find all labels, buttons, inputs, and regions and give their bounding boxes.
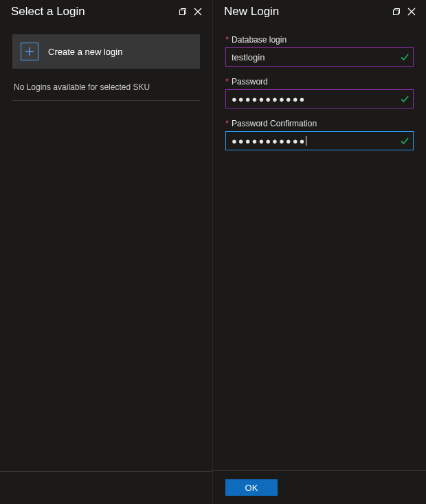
password-confirm-input-wrap: ●●●●●●●●●●● xyxy=(225,131,414,150)
database-login-label-text: Database login xyxy=(232,35,287,45)
new-login-footer: OK xyxy=(213,470,426,504)
password-group: * Password ●●●●●●●●●●● xyxy=(225,76,414,108)
select-login-footer xyxy=(0,471,212,504)
select-login-body: Create a new login No Logins available f… xyxy=(0,26,212,471)
select-login-panel: Select a Login Create a new login No Log… xyxy=(0,0,213,504)
database-login-input-wrap xyxy=(225,47,414,67)
new-login-title: New Login xyxy=(224,5,389,19)
password-confirm-label-text: Password Confirmation xyxy=(232,119,317,128)
database-login-group: * Database login xyxy=(225,34,414,67)
password-label: * Password xyxy=(225,76,414,87)
plus-icon xyxy=(21,43,38,60)
password-confirm-group: * Password Confirmation ●●●●●●●●●●● xyxy=(225,118,414,150)
database-login-input[interactable] xyxy=(225,47,414,67)
svg-rect-1 xyxy=(394,10,399,15)
create-new-login-label: Create a new login xyxy=(48,47,122,57)
password-confirm-input[interactable]: ●●●●●●●●●●● xyxy=(225,131,414,150)
select-login-header: Select a Login xyxy=(0,0,212,26)
required-star-icon: * xyxy=(225,118,229,128)
close-icon[interactable] xyxy=(404,4,419,19)
close-icon[interactable] xyxy=(190,4,205,19)
password-confirm-mask: ●●●●●●●●●●● xyxy=(232,136,306,146)
restore-window-icon[interactable] xyxy=(175,4,190,19)
required-star-icon: * xyxy=(225,34,229,45)
new-login-panel: New Login * Database login * Password xyxy=(213,0,426,504)
select-login-title: Select a Login xyxy=(11,5,175,19)
svg-rect-0 xyxy=(180,10,185,15)
password-mask: ●●●●●●●●●●● xyxy=(232,94,306,104)
restore-window-icon[interactable] xyxy=(389,4,404,19)
new-login-header: New Login xyxy=(213,0,426,26)
password-confirm-label: * Password Confirmation xyxy=(225,118,414,128)
text-caret-icon xyxy=(306,136,306,146)
password-label-text: Password xyxy=(232,77,268,87)
password-input[interactable]: ●●●●●●●●●●● xyxy=(225,89,414,108)
new-login-form: * Database login * Password ●●●●●●●●●●● xyxy=(213,26,426,470)
password-input-wrap: ●●●●●●●●●●● xyxy=(225,89,414,108)
database-login-label: * Database login xyxy=(225,34,414,45)
required-star-icon: * xyxy=(225,76,229,87)
ok-button[interactable]: OK xyxy=(225,479,278,496)
create-new-login-button[interactable]: Create a new login xyxy=(12,34,200,69)
no-logins-message: No Logins available for selected SKU xyxy=(12,74,200,101)
